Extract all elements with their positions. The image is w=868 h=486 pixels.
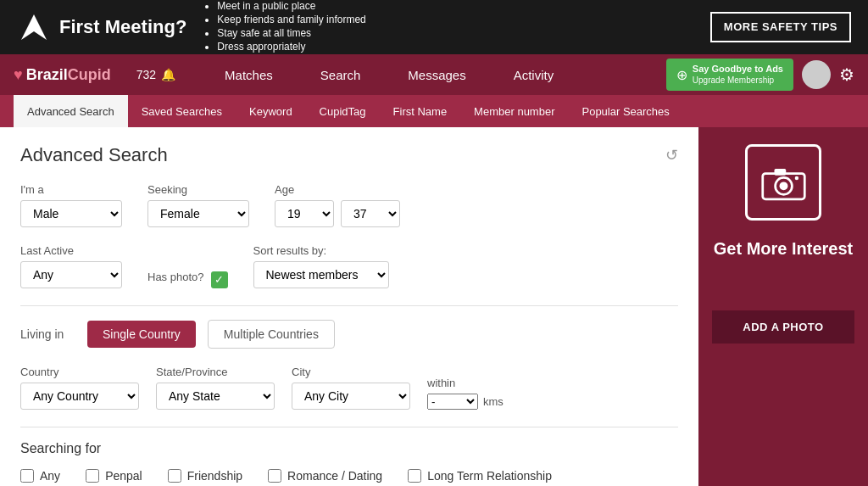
im-a-label: I'm a bbox=[20, 183, 122, 196]
nav-links: Matches Search Messages Activity bbox=[201, 54, 666, 95]
location-row: Country Any Country State/Province Any S… bbox=[20, 366, 678, 410]
country-select[interactable]: Any Country bbox=[20, 383, 139, 410]
checkbox-romance-dating: Romance / Dating bbox=[268, 469, 382, 483]
sort-group: Sort results by: Newest members bbox=[253, 244, 389, 288]
checkbox-penpal-input[interactable] bbox=[86, 469, 99, 483]
checkbox-long-term-label: Long Term Relationship bbox=[427, 468, 552, 483]
checkbox-romance-label: Romance / Dating bbox=[287, 469, 382, 483]
checkbox-any-label: Any bbox=[40, 469, 60, 483]
checkbox-friendship: Friendship bbox=[168, 469, 242, 483]
living-in-row: Living in Single Country Multiple Countr… bbox=[20, 320, 678, 349]
sort-select[interactable]: Newest members bbox=[253, 261, 389, 288]
has-photo-checkbox[interactable]: ✓ bbox=[211, 271, 228, 288]
checkbox-friendship-input[interactable] bbox=[168, 469, 181, 483]
banner-title: First Meeting? bbox=[59, 17, 186, 37]
city-label: City bbox=[292, 366, 410, 378]
seeking-group: Seeking Female bbox=[147, 183, 249, 227]
page-title-row: Advanced Search ↺ bbox=[20, 144, 678, 166]
age-label: Age bbox=[275, 183, 400, 196]
subnav-member-number[interactable]: Member number bbox=[460, 95, 568, 127]
page-title: Advanced Search bbox=[20, 144, 168, 166]
seeking-label: Seeking bbox=[147, 183, 249, 196]
svg-point-3 bbox=[779, 182, 787, 190]
logo-brazil: Brazil bbox=[26, 66, 68, 83]
upgrade-line2: Upgrade Membership bbox=[693, 75, 783, 86]
tip-1: Meet in a public place bbox=[217, 0, 693, 12]
within-unit: kms bbox=[483, 395, 504, 408]
checkbox-any-input[interactable] bbox=[20, 469, 34, 483]
within-select[interactable]: - bbox=[427, 394, 478, 410]
im-a-select[interactable]: Male bbox=[20, 200, 122, 227]
age-from-select[interactable]: 19 bbox=[275, 200, 334, 227]
subnav-keyword[interactable]: Keyword bbox=[236, 95, 306, 127]
count-number: 732 bbox=[136, 68, 156, 81]
tip-2: Keep friends and family informed bbox=[217, 14, 693, 25]
logo-cupid: Cupid bbox=[68, 66, 111, 83]
notification-icon: 🔔 bbox=[161, 68, 175, 81]
sub-nav: Advanced Search Saved Searches Keyword C… bbox=[0, 95, 868, 127]
form-row-2: Last Active Any Has photo? ✓ Sort result… bbox=[20, 244, 678, 288]
upgrade-button[interactable]: ⊕ Say Goodbye to Ads Upgrade Membership bbox=[666, 59, 793, 90]
checkbox-romance-input[interactable] bbox=[268, 469, 281, 483]
safety-tips-list: Meet in a public place Keep friends and … bbox=[203, 0, 693, 54]
age-to-select[interactable]: 37 bbox=[341, 200, 400, 227]
subnav-cupidtag[interactable]: CupidTag bbox=[306, 95, 380, 127]
nav-messages[interactable]: Messages bbox=[384, 54, 489, 95]
state-label: State/Province bbox=[156, 366, 275, 378]
subnav-popular-searches[interactable]: Popular Searches bbox=[568, 95, 682, 127]
sort-label: Sort results by: bbox=[253, 244, 389, 257]
living-in-label: Living in bbox=[20, 327, 75, 341]
im-a-group: I'm a Male bbox=[20, 183, 122, 227]
age-range: 19 37 bbox=[275, 200, 400, 227]
city-select[interactable]: Any City bbox=[292, 383, 410, 410]
has-photo-group: Has photo? ✓ bbox=[147, 252, 228, 288]
avatar[interactable] bbox=[802, 60, 831, 89]
add-photo-button[interactable]: ADD A PHOTO bbox=[712, 310, 854, 344]
within-group: within - kms bbox=[427, 377, 504, 410]
checkbox-any: Any bbox=[20, 469, 60, 483]
top-banner: First Meeting? Meet in a public place Ke… bbox=[0, 0, 868, 54]
settings-icon[interactable]: ⚙ bbox=[839, 64, 854, 85]
subnav-saved-searches[interactable]: Saved Searches bbox=[128, 95, 236, 127]
checkbox-long-term: Long Term Relationship bbox=[408, 468, 552, 483]
last-active-group: Last Active Any bbox=[20, 244, 122, 288]
multiple-countries-button[interactable]: Multiple Countries bbox=[208, 320, 335, 349]
nav-activity[interactable]: Activity bbox=[490, 54, 578, 95]
divider-1 bbox=[20, 305, 678, 306]
tip-3: Stay safe at all times bbox=[217, 27, 693, 39]
last-active-select[interactable]: Any bbox=[20, 261, 122, 288]
tip-4: Dress appropriately bbox=[217, 41, 693, 53]
last-active-label: Last Active bbox=[20, 244, 122, 257]
checkbox-penpal: Penpal bbox=[86, 469, 142, 483]
sidebar-ad: Get More Interest ADD A PHOTO bbox=[698, 127, 868, 486]
seeking-select[interactable]: Female bbox=[147, 200, 249, 227]
nav-bar: ♥ BrazilCupid 732 🔔 Matches Search Messa… bbox=[0, 54, 868, 95]
svg-marker-0 bbox=[21, 14, 47, 40]
city-group: City Any City bbox=[292, 366, 410, 410]
within-inline: - kms bbox=[427, 394, 504, 410]
within-label: within bbox=[427, 377, 504, 389]
nav-matches[interactable]: Matches bbox=[201, 54, 297, 95]
country-label: Country bbox=[20, 366, 139, 378]
upgrade-line1: Say Goodbye to Ads bbox=[693, 64, 783, 75]
divider-2 bbox=[20, 427, 678, 427]
subnav-first-name[interactable]: First Name bbox=[380, 95, 461, 127]
banner-title-text: First Meeting? bbox=[59, 17, 186, 37]
upgrade-text: Say Goodbye to Ads Upgrade Membership bbox=[693, 64, 783, 85]
state-select[interactable]: Any State bbox=[156, 383, 275, 410]
checkbox-penpal-label: Penpal bbox=[105, 469, 142, 483]
svg-point-5 bbox=[794, 176, 798, 179]
more-safety-button[interactable]: MORE SAFETY TIPS bbox=[710, 12, 851, 43]
nav-search[interactable]: Search bbox=[297, 54, 385, 95]
checkbox-long-term-input[interactable] bbox=[408, 469, 421, 483]
single-country-button[interactable]: Single Country bbox=[87, 321, 196, 348]
age-group: Age 19 37 bbox=[275, 183, 400, 227]
searching-for-row: Any Penpal Friendship Romance / Dating L… bbox=[20, 468, 678, 483]
reset-icon[interactable]: ↺ bbox=[665, 146, 678, 165]
state-group: State/Province Any State bbox=[156, 366, 275, 410]
nav-right: ⊕ Say Goodbye to Ads Upgrade Membership … bbox=[666, 59, 854, 90]
banner-logo: First Meeting? bbox=[17, 10, 186, 44]
site-logo: ♥ BrazilCupid bbox=[14, 66, 111, 84]
search-area: Advanced Search ↺ I'm a Male Seeking Fem… bbox=[0, 127, 698, 486]
subnav-advanced-search[interactable]: Advanced Search bbox=[14, 95, 128, 127]
